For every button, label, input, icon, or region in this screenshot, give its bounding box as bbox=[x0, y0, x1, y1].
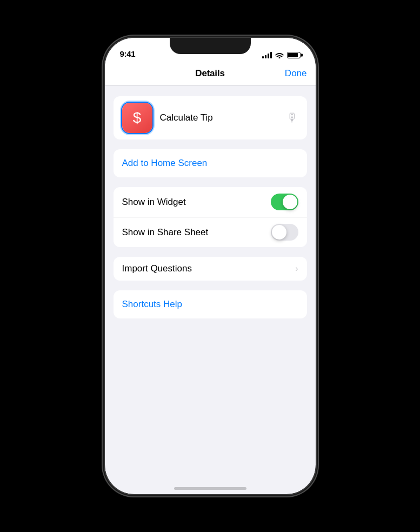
microphone-icon[interactable]: 🎙 bbox=[286, 111, 298, 125]
home-indicator[interactable] bbox=[174, 487, 246, 490]
navigation-bar: Details Done bbox=[105, 62, 316, 85]
signal-icon bbox=[262, 52, 272, 58]
shortcut-name: Calculate Tip bbox=[160, 112, 279, 123]
phone-screen: 9:41 bbox=[105, 38, 316, 494]
show-in-share-sheet-toggle[interactable] bbox=[271, 224, 298, 241]
show-in-share-sheet-label: Show in Share Sheet bbox=[122, 227, 209, 238]
notch bbox=[170, 38, 251, 54]
wifi-icon bbox=[275, 52, 284, 58]
shortcut-icon: $ bbox=[122, 103, 152, 133]
status-time: 9:41 bbox=[120, 49, 136, 58]
show-in-widget-row: Show in Widget bbox=[114, 187, 307, 217]
add-to-home-screen-card[interactable]: Add to Home Screen bbox=[114, 149, 307, 177]
toggles-card: Show in Widget Show in Share Sheet bbox=[114, 187, 307, 247]
add-to-home-screen-label[interactable]: Add to Home Screen bbox=[122, 158, 208, 168]
shortcuts-help-label[interactable]: Shortcuts Help bbox=[122, 299, 183, 309]
toggle-knob bbox=[283, 195, 297, 209]
shortcut-row: $ Calculate Tip 🎙 bbox=[114, 96, 307, 139]
battery-icon bbox=[287, 52, 301, 58]
show-in-widget-toggle[interactable] bbox=[271, 194, 298, 210]
import-questions-row[interactable]: Import Questions › bbox=[114, 257, 307, 281]
chevron-right-icon: › bbox=[295, 264, 298, 274]
import-questions-card[interactable]: Import Questions › bbox=[114, 257, 307, 281]
phone-frame: 9:41 bbox=[105, 38, 316, 494]
status-icons bbox=[262, 52, 301, 58]
content-area: $ Calculate Tip 🎙 Add to Home Screen Sho… bbox=[105, 85, 316, 329]
import-questions-label: Import Questions bbox=[122, 263, 192, 274]
toggle-knob-2 bbox=[272, 225, 286, 240]
shortcut-card: $ Calculate Tip 🎙 bbox=[114, 96, 307, 139]
shortcuts-help-row[interactable]: Shortcuts Help bbox=[114, 290, 307, 318]
add-to-home-screen-row[interactable]: Add to Home Screen bbox=[114, 149, 307, 177]
show-in-widget-label: Show in Widget bbox=[122, 197, 186, 208]
done-button[interactable]: Done bbox=[285, 68, 307, 79]
show-in-share-sheet-row: Show in Share Sheet bbox=[114, 217, 307, 247]
nav-title: Details bbox=[195, 68, 224, 79]
shortcuts-help-card[interactable]: Shortcuts Help bbox=[114, 290, 307, 318]
